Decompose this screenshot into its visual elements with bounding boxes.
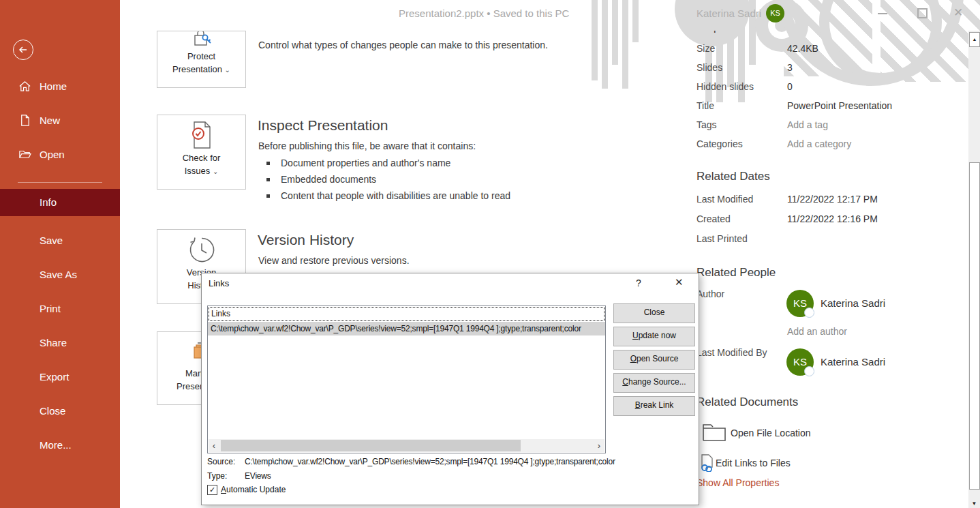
sidebar-item-home[interactable]: Home (0, 78, 120, 97)
page-scrollbar[interactable]: ▲ ▼ (968, 31, 980, 508)
close-button[interactable]: Close (613, 303, 695, 323)
protect-description: Control what types of changes people can… (258, 40, 548, 50)
inspect-label-line1: Check for (183, 153, 221, 163)
avatar-initials: KS (793, 297, 807, 309)
sidebar-item-save-as[interactable]: Save As (0, 265, 120, 285)
avatar-initials: KS (793, 356, 807, 368)
protect-label-line2: Presentation (172, 64, 222, 74)
last-modified-by-label: Last Modified By (696, 347, 767, 358)
change-source-button[interactable]: Change Source... (613, 373, 695, 393)
link-list-item[interactable]: C:\temp\chow_var.wf2!Chow_var\P_GDP\seri… (208, 322, 605, 335)
back-arrow-icon (18, 44, 29, 55)
prop-label-tags: Tags (696, 119, 717, 130)
scrollbar-thumb[interactable] (221, 440, 521, 451)
author-avatar[interactable]: KS (786, 290, 814, 317)
modifier-name[interactable]: Katerina Sadri (821, 356, 885, 368)
close-window-icon[interactable]: ✕ (953, 5, 963, 20)
links-dialog: Links ? ✕ Links C:\temp\chow_var.wf2!Cho… (201, 273, 699, 505)
scrollbar-thumb[interactable] (969, 162, 980, 490)
prop-label-size: Size (696, 43, 715, 54)
back-button[interactable] (13, 40, 33, 60)
check-for-issues-button[interactable]: Check for Issues ⌄ (157, 115, 246, 190)
protect-label-line1: Protect (187, 51, 215, 61)
scroll-down-icon[interactable]: ▼ (968, 500, 980, 507)
source-label: Source: (207, 457, 235, 466)
sidebar-item-label: Open (40, 149, 65, 160)
sidebar-item-label: Export (40, 371, 69, 383)
sidebar-item-more[interactable]: More... (0, 435, 120, 455)
minimize-icon[interactable] (878, 13, 887, 14)
home-icon (18, 80, 31, 93)
author-name[interactable]: Katerina Sadri (821, 297, 885, 309)
chevron-down-icon: ⌄ (213, 168, 218, 175)
sidebar-item-label: More... (40, 439, 72, 451)
backstage-sidebar: Home New Open Info Save Save As Print (0, 0, 120, 508)
lock-key-icon (191, 31, 213, 48)
version-description: View and restore previous versions. (258, 255, 410, 266)
add-tag-field[interactable]: Add a tag (787, 119, 828, 130)
sidebar-item-print[interactable]: Print (0, 299, 120, 319)
bullet-icon (266, 178, 270, 181)
inspect-label-line2: Issues (185, 166, 211, 176)
modifier-avatar[interactable]: KS (786, 348, 814, 376)
sidebar-item-export[interactable]: Export (0, 367, 120, 387)
sidebar-item-label: Save As (40, 269, 77, 280)
sidebar-item-save[interactable]: Save (0, 230, 120, 251)
prop-label-title: Title (696, 100, 714, 111)
folder-icon (702, 423, 726, 442)
inspect-bullet: Document properties and author's name (281, 158, 450, 168)
sidebar-item-open[interactable]: Open (0, 146, 120, 165)
scroll-right-icon[interactable]: › (594, 439, 604, 452)
version-history-icon (187, 235, 216, 264)
scroll-up-icon[interactable]: ▲ (969, 32, 980, 47)
related-people-title: Related People (696, 266, 776, 280)
update-now-button[interactable]: Update now (613, 327, 695, 346)
inspect-section-title: Inspect Presentation (258, 117, 388, 134)
presence-indicator-icon (804, 366, 814, 376)
scroll-left-icon[interactable]: ‹ (209, 439, 219, 452)
open-source-button[interactable]: Open Source (613, 350, 695, 370)
document-title: Presentation2.pptx • Saved to this PC (399, 8, 569, 19)
protect-presentation-button[interactable]: Protect Presentation ⌄ (157, 31, 246, 88)
open-file-location-link[interactable]: Open File Location (731, 428, 811, 438)
edit-links-to-files-link[interactable]: Edit Links to Files (716, 458, 791, 468)
bullet-icon (266, 194, 270, 198)
open-folder-icon (18, 148, 31, 161)
sidebar-item-close[interactable]: Close (0, 401, 120, 421)
sidebar-item-new[interactable]: New (0, 112, 120, 131)
links-list-header[interactable]: Links (209, 307, 604, 321)
dialog-close-icon[interactable]: ✕ (675, 276, 684, 288)
dialog-title: Links (209, 278, 229, 288)
break-link-button[interactable]: Break Link (613, 396, 695, 416)
show-all-properties-link[interactable]: Show All Properties (696, 477, 779, 488)
author-label: Author (696, 288, 724, 299)
sidebar-item-label: Save (40, 235, 63, 246)
type-value: EViews (245, 471, 271, 481)
inspect-bullet: Content that people with disabilities ar… (281, 190, 510, 201)
prop-value-size: 42.4KB (787, 43, 818, 54)
sidebar-item-info[interactable]: Info (0, 189, 120, 216)
help-icon[interactable]: ? (636, 278, 641, 288)
prop-value-title[interactable]: PowerPoint Presentation (787, 100, 892, 111)
source-value: C:\temp\chow_var.wf2!Chow_var\P_GDP\seri… (245, 457, 615, 466)
automatic-update-checkbox[interactable]: ✓ (207, 485, 217, 495)
account-avatar[interactable]: KS (766, 4, 784, 23)
listbox-horizontal-scrollbar[interactable]: ‹ › (209, 439, 604, 452)
prop-value-slides: 3 (787, 62, 793, 73)
prop-value-hidden-slides: 0 (787, 81, 793, 92)
inspect-document-icon (189, 121, 214, 149)
date-label-created: Created (696, 213, 731, 224)
sidebar-item-label: New (40, 115, 60, 126)
chevron-down-icon: ⌄ (225, 66, 230, 74)
links-listbox[interactable]: Links C:\temp\chow_var.wf2!Chow_var\P_GD… (207, 305, 606, 453)
edit-links-icon (700, 454, 715, 472)
bullet-icon (266, 162, 270, 165)
sidebar-item-share[interactable]: Share (0, 333, 120, 353)
inspect-bullet: Embedded documents (281, 174, 376, 185)
add-category-field[interactable]: Add a category (787, 138, 851, 149)
date-value-created: 11/22/2022 12:16 PM (787, 213, 878, 224)
date-value-modified: 11/22/2022 12:17 PM (787, 194, 878, 205)
account-name[interactable]: Katerina Sadri (696, 8, 761, 19)
add-author-field[interactable]: Add an author (787, 326, 847, 337)
maximize-icon[interactable] (917, 8, 928, 18)
